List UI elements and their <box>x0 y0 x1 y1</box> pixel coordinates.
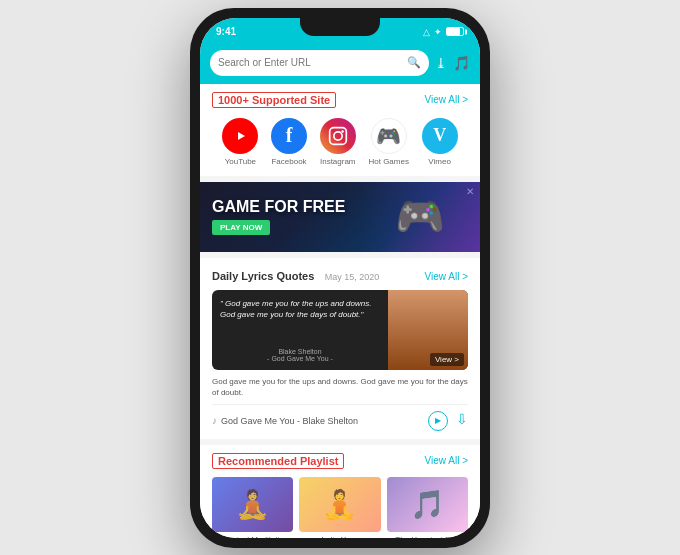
search-input[interactable] <box>218 57 401 68</box>
svg-rect-2 <box>329 127 346 144</box>
meditation-thumb: 🧘 <box>212 477 293 532</box>
svg-point-4 <box>341 130 344 133</box>
banner-title: GAME FOR FREE <box>212 198 345 216</box>
phone-frame: 9:41 △ ✦ 🔍 ⤓ 🎵 <box>190 8 490 548</box>
hotgames-label: Hot Games <box>368 157 408 166</box>
banner-text: GAME FOR FREE PLAY NOW <box>212 198 345 235</box>
playlist-item-pop[interactable]: 🎵 The Happiest Pop <box>387 477 468 538</box>
song-info: ♪ God Gave Me You - Blake Shelton <box>212 415 358 426</box>
meditation-label: Classical Meditation <box>212 535 293 538</box>
search-icon: 🔍 <box>407 56 421 69</box>
youtube-icon <box>222 118 258 154</box>
social-icons-row: YouTube f Facebook Instagram <box>200 112 480 176</box>
playlist-item-yoga[interactable]: 🧘 Indie Yoga <box>299 477 380 538</box>
social-item-hotgames[interactable]: 🎮 Hot Games <box>368 118 408 166</box>
social-item-vimeo[interactable]: V Vimeo <box>422 118 458 166</box>
yoga-figure: 🧘 <box>322 488 357 521</box>
main-content: 1000+ Supported Site View All > YouTube <box>200 84 480 538</box>
supported-sites-section: 1000+ Supported Site View All > YouTube <box>200 84 480 176</box>
status-right: △ ✦ <box>423 27 464 37</box>
playlist-title: Recommended Playlist <box>212 453 344 469</box>
lyrics-card: " God gave me you for the ups and downs.… <box>212 290 468 370</box>
bluetooth-icon: ✦ <box>434 27 442 37</box>
pop-label: The Happiest Pop <box>387 535 468 538</box>
pop-thumb: 🎵 <box>387 477 468 532</box>
music-icon[interactable]: 🎵 <box>453 55 470 71</box>
youtube-label: YouTube <box>225 157 256 166</box>
song-row: ♪ God Gave Me You - Blake Shelton ▶ ⇩ <box>212 404 468 431</box>
vimeo-label: Vimeo <box>428 157 451 166</box>
lyrics-view-all[interactable]: View All > <box>425 271 468 282</box>
playlist-item-meditation[interactable]: 🧘 Classical Meditation <box>212 477 293 538</box>
song-full-name: God Gave Me You - Blake Shelton <box>221 416 358 426</box>
browser-chrome: 🔍 ⤓ 🎵 <box>200 46 480 84</box>
meditation-thumb-bg: 🧘 <box>212 477 293 532</box>
wifi-icon: △ <box>423 27 430 37</box>
status-bar: 9:41 △ ✦ <box>200 18 480 46</box>
lyrics-section: Daily Lyrics Quotes May 15, 2020 View Al… <box>200 258 480 439</box>
lyrics-artist: Blake Shelton - God Gave Me You - <box>220 348 380 362</box>
lyrics-caption: God gave me you for the ups and downs. G… <box>212 376 468 398</box>
supported-sites-view-all[interactable]: View All > <box>425 94 468 105</box>
status-time: 9:41 <box>216 26 236 37</box>
svg-point-3 <box>334 131 342 139</box>
lyrics-quote-text: " God gave me you for the ups and downs.… <box>220 298 380 320</box>
instagram-label: Instagram <box>320 157 356 166</box>
lyrics-song-name: - God Gave Me You - <box>220 355 380 362</box>
meditation-figure: 🧘 <box>235 488 270 521</box>
yoga-thumb: 🧘 <box>299 477 380 532</box>
play-now-button[interactable]: PLAY NOW <box>212 220 270 235</box>
notch <box>300 18 380 36</box>
social-item-facebook[interactable]: f Facebook <box>271 118 307 166</box>
facebook-label: Facebook <box>271 157 306 166</box>
play-button[interactable]: ▶ <box>428 411 448 431</box>
yoga-thumb-bg: 🧘 <box>299 477 380 532</box>
lyrics-date: May 15, 2020 <box>325 272 380 282</box>
music-note-icon: ♪ <box>212 415 217 426</box>
instagram-icon <box>320 118 356 154</box>
lyrics-header: Daily Lyrics Quotes May 15, 2020 View Al… <box>212 266 468 284</box>
yoga-label: Indie Yoga <box>299 535 380 538</box>
pop-thumb-bg: 🎵 <box>387 477 468 532</box>
playlist-view-all[interactable]: View All > <box>425 455 468 466</box>
lyrics-view-button[interactable]: View > <box>430 353 464 366</box>
hotgames-icon: 🎮 <box>371 118 407 154</box>
song-actions: ▶ ⇩ <box>428 411 468 431</box>
download-icon[interactable]: ⤓ <box>435 55 447 71</box>
lyrics-artist-name: Blake Shelton <box>220 348 380 355</box>
social-item-instagram[interactable]: Instagram <box>320 118 356 166</box>
lyrics-quote-bg: " God gave me you for the ups and downs.… <box>212 290 388 370</box>
vimeo-icon: V <box>422 118 458 154</box>
playlist-thumbnails: 🧘 Classical Meditation 🧘 Indie Yoga <box>212 477 468 538</box>
pop-figure: 🎵 <box>410 488 445 521</box>
playlist-header: Recommended Playlist View All > <box>212 453 468 469</box>
lyrics-title: Daily Lyrics Quotes <box>212 270 314 282</box>
facebook-icon: f <box>271 118 307 154</box>
battery-icon <box>446 27 464 36</box>
lyrics-image: View > <box>388 290 468 370</box>
lyrics-title-row: Daily Lyrics Quotes May 15, 2020 <box>212 266 379 284</box>
supported-sites-title: 1000+ Supported Site <box>212 92 336 108</box>
download-button[interactable]: ⇩ <box>456 411 468 431</box>
social-item-youtube[interactable]: YouTube <box>222 118 258 166</box>
banner-ad[interactable]: GAME FOR FREE PLAY NOW ✕ 🎮 <box>200 182 480 252</box>
banner-art: 🎮 <box>360 182 480 252</box>
playlist-section: Recommended Playlist View All > 🧘 Classi… <box>200 445 480 538</box>
supported-sites-header: 1000+ Supported Site View All > <box>200 84 480 112</box>
phone-screen: 9:41 △ ✦ 🔍 ⤓ 🎵 <box>200 18 480 538</box>
search-bar[interactable]: 🔍 <box>210 50 429 76</box>
